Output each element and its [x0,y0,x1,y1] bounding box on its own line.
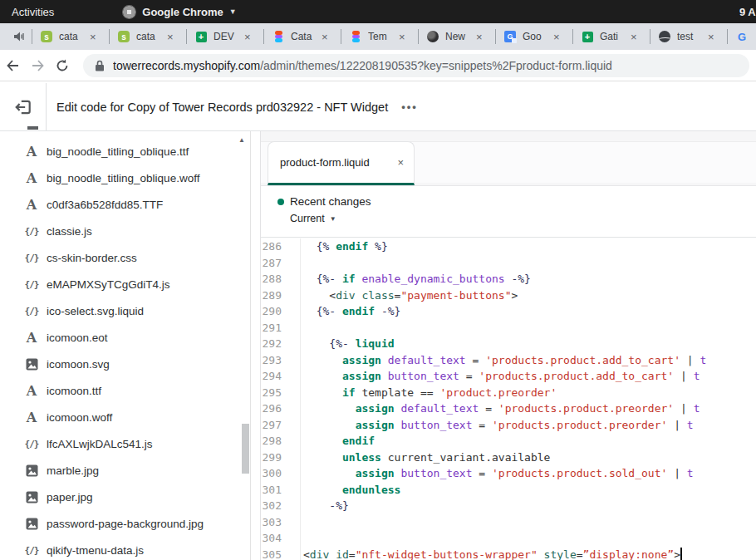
tab-title: Cata [291,31,319,42]
reload-icon[interactable] [50,59,75,72]
file-item[interactable]: Aicomoon.eot [0,324,250,351]
address-bar[interactable]: towerrecords.myshopify.com/admin/themes/… [83,54,749,77]
code-line: 302 -%} [261,498,756,514]
file-name: qikify-tmenu-data.js [47,544,144,557]
code-text: {% endif %} [300,238,756,255]
code-area[interactable]: 286 {% endif %}287288 {%- if enable_dyna… [261,238,756,560]
editor-tab-label: product-form.liquid [280,156,397,169]
shopify-icon: s [117,30,130,43]
back-icon[interactable] [0,59,25,72]
version-dropdown-label: Current [290,213,325,224]
tab-divider [495,29,496,44]
browser-tab[interactable]: scata× [32,23,109,50]
status-dot [277,199,284,205]
close-icon[interactable]: × [631,31,637,43]
code-text: assign default_text = 'products.product.… [300,400,756,417]
translate-icon: G [503,30,517,43]
file-item[interactable]: {/}classie.js [0,218,250,244]
close-icon[interactable]: × [90,31,96,43]
browser-tab[interactable]: GGoo× [495,23,572,50]
close-icon[interactable]: × [244,31,251,43]
file-item[interactable]: {/}qikify-tmenu-data.js [0,537,250,560]
file-item[interactable]: {/}cs-skin-border.css [0,244,250,271]
url-path: /admin/themes/122208190535?key=snippets%… [260,59,612,72]
code-icon: {/} [23,439,40,449]
tab-divider [263,29,264,44]
page-title: Edit code for Copy of Tower Records prd0… [56,101,388,114]
globe-icon [658,30,671,43]
font-icon: A [23,197,40,213]
browser-tab[interactable]: test× [650,23,727,50]
code-line: 305<div id="nft-widget-buttons-wrapper" … [261,547,756,560]
file-name: password-page-background.jpg [47,518,204,530]
tab-title: Gati [600,31,628,42]
overflow-menu-button[interactable]: ••• [401,101,418,113]
file-item[interactable]: {/}lfcAXLwjkDALc541.js [0,430,250,457]
speaker-icon[interactable] [7,32,32,42]
file-item[interactable]: password-page-background.jpg [0,510,250,537]
line-number: 288 [261,271,300,287]
file-item[interactable]: Abig_noodle_titling_oblique.woff [0,165,250,191]
file-item[interactable]: Ac0df3a6b528fdd85.TTF [0,191,250,218]
tab-title: Goo [523,31,551,42]
file-item[interactable]: icomoon.svg [0,351,250,377]
file-item[interactable]: paper.jpg [0,484,250,510]
file-name: classie.js [47,225,92,238]
code-line: 297 assign button_text = 'products.produ… [261,417,756,434]
tab-divider [418,29,419,44]
code-text [300,530,756,547]
browser-tab[interactable]: Cata× [263,23,341,50]
font-icon: A [23,330,40,346]
lock-icon[interactable] [95,60,105,71]
file-name: c0df3a6b528fdd85.TTF [47,199,163,211]
line-number: 289 [261,287,300,304]
close-icon[interactable]: × [167,31,174,43]
line-number: 294 [261,368,300,385]
editor-tab-product-form[interactable]: product-form.liquid × [268,141,415,185]
tab-divider [341,29,341,44]
browser-tab[interactable]: G [727,23,749,50]
exit-code-editor-button[interactable] [0,83,47,130]
image-icon [23,464,40,477]
system-bar: Activities Google Chrome ▼ 9 A [0,0,756,23]
close-icon[interactable]: × [553,31,560,43]
shopify-icon: s [40,30,53,43]
close-icon[interactable]: × [397,156,404,169]
close-icon[interactable]: × [322,31,328,43]
file-item[interactable]: {/}ico-select.svg.liquid [0,297,250,324]
app-menu[interactable]: Google Chrome ▼ [122,5,236,19]
activities-button[interactable]: Activities [0,6,66,18]
code-line: 303 [261,514,756,531]
file-item[interactable]: Abig_noodle_titling_oblique.ttf [0,138,250,165]
code-text: endunless [300,482,756,499]
browser-tab[interactable]: +Gati× [572,23,650,50]
close-icon[interactable]: × [399,31,405,43]
file-item[interactable]: marble.jpg [0,457,250,484]
tab-divider [572,29,573,44]
scroll-up-icon[interactable]: ▲ [238,136,245,144]
clock[interactable]: 9 A [739,0,756,23]
code-line: 287 [261,255,756,272]
browser-tab[interactable]: New× [418,23,495,50]
tab-divider [186,29,187,44]
sidebar-scrollbar-thumb[interactable] [242,424,249,474]
close-icon[interactable]: × [708,31,714,43]
browser-tab[interactable]: Tem× [341,23,418,50]
exit-icon [14,98,32,116]
file-item[interactable]: {/}eMAPMXSyTCgGdiT4.js [0,271,250,297]
file-name: icomoon.ttf [47,385,101,397]
browser-tab[interactable]: scata× [109,23,186,50]
file-item[interactable]: Aicomoon.woff [0,404,250,430]
line-number: 296 [261,400,300,417]
tab-title: DEV [214,31,242,42]
file-item[interactable]: Aicomoon.ttf [0,377,250,404]
code-line: 290 {%- endif -%} [261,303,756,320]
code-text: unless current_variant.available [300,449,756,466]
code-text [300,320,756,336]
version-dropdown[interactable]: Current ▼ [290,213,756,224]
close-icon[interactable]: × [476,31,483,43]
browser-tab[interactable]: +DEV× [186,23,263,50]
line-number: 291 [261,320,300,336]
forward-icon[interactable] [25,59,50,72]
code-line: 292 {%- liquid [261,336,756,352]
